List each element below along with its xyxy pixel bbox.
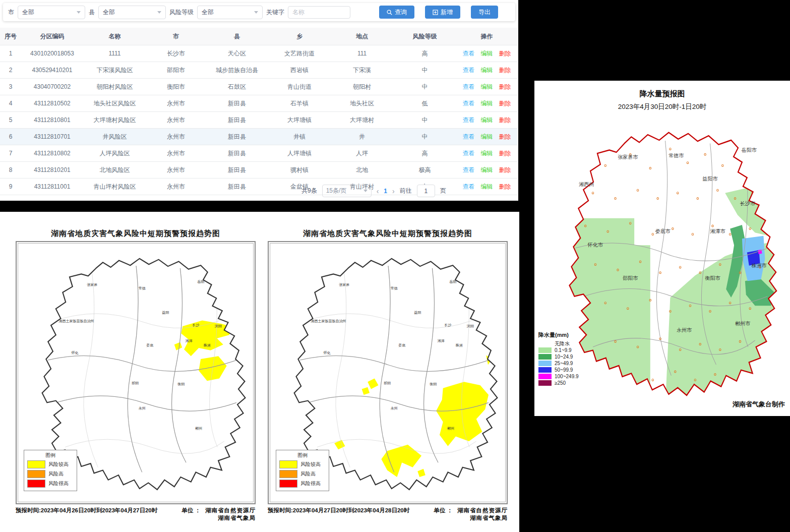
legend-label: 25~49.9	[555, 361, 573, 366]
column-header: 地点	[331, 28, 393, 45]
cell: 天心区	[206, 45, 268, 62]
cell: 永州市	[146, 95, 206, 112]
edit-link[interactable]: 编辑	[481, 50, 493, 57]
delete-link[interactable]: 删除	[499, 133, 511, 140]
legend-swatch	[538, 380, 552, 386]
column-header: 县	[206, 28, 268, 45]
cell: 文艺路街道	[268, 45, 331, 62]
legend-label: 风险较高	[300, 461, 321, 468]
column-header: 操作	[456, 28, 517, 45]
column-header: 名称	[83, 28, 146, 45]
edit-link[interactable]: 编辑	[481, 183, 493, 190]
forecast-time: 预报时间:2023年04月27日20时到2023年04月28日20时	[268, 507, 409, 522]
add-button[interactable]: 新增	[425, 6, 460, 19]
current-page[interactable]: 1	[384, 188, 387, 195]
delete-link[interactable]: 删除	[499, 116, 511, 124]
filter-bar: 市 全部 县 全部 风险等级 全部 关键字 查询	[3, 3, 515, 21]
cell: 430529410201	[21, 62, 83, 79]
legend-label: 风险很高	[48, 480, 69, 487]
cell: 新田县	[206, 129, 268, 145]
legend-item: 100~249.9	[538, 373, 579, 380]
cell: 43112810802	[21, 145, 83, 162]
table-row: 543112810801大坪塘村风险区永州市新田县大坪塘镇大坪塘村中查看编辑删除	[0, 112, 517, 129]
trend-map-box: 常德岳阳张家界湘西土家族苗族自治州益阳长沙浏阳湘潭株洲娄底怀化邵阳衡阳永州郴州 …	[268, 241, 508, 504]
edit-link[interactable]: 编辑	[481, 166, 493, 173]
view-link[interactable]: 查看	[463, 133, 475, 140]
legend-swatch	[279, 460, 297, 468]
edit-link[interactable]: 编辑	[481, 67, 493, 74]
cell: 高	[393, 145, 456, 162]
cell-actions: 查看编辑删除	[456, 129, 517, 145]
cell: 中	[393, 79, 456, 95]
view-link[interactable]: 查看	[463, 183, 475, 190]
table-row: 343040700202朝阳村风险区衡阳市石鼓区青山街道朝阳村中查看编辑删除	[0, 79, 517, 95]
city-filter-label: 市	[8, 8, 14, 17]
table-row: 2430529410201下宋溪风险区邵阳市城步苗族自治县西岩镇下宋溪中查看编辑…	[0, 62, 517, 79]
delete-link[interactable]: 删除	[499, 83, 511, 90]
edit-link[interactable]: 编辑	[481, 100, 493, 107]
cell: 永州市	[146, 162, 206, 179]
chevron-down-icon	[77, 11, 81, 14]
cell-actions: 查看编辑删除	[456, 112, 517, 129]
unit-org-1: 湖南省自然资源厅	[205, 507, 256, 514]
legend-title: 图例	[27, 452, 74, 459]
map-legend: 图例 风险较高风险高风险很高	[276, 450, 329, 491]
legend-swatch	[27, 460, 45, 468]
add-button-label: 新增	[441, 8, 453, 17]
cell: 地头社区风险区	[83, 95, 146, 112]
legend-label: 100~249.9	[555, 374, 579, 379]
unit-label: 单位 ：	[434, 507, 453, 522]
goto-page-input[interactable]	[417, 185, 435, 197]
cell: 新田县	[206, 145, 268, 162]
table-row: 443112810502地头社区风险区永州市新田县石羊镇地头社区低查看编辑删除	[0, 95, 517, 112]
delete-link[interactable]: 删除	[499, 67, 511, 74]
page-size-select[interactable]: 15条/页	[322, 185, 372, 197]
unit-org-1: 湖南省自然资源厅	[457, 507, 508, 514]
precip-map: 张家界市常德市岳阳市湘西州益阳市长沙市娄底市湘潭市株洲市怀化市邵阳市衡阳市永州市…	[545, 116, 785, 407]
county-select[interactable]: 全部	[98, 6, 166, 19]
view-link[interactable]: 查看	[463, 67, 475, 74]
county-filter-label: 县	[89, 8, 95, 17]
view-link[interactable]: 查看	[463, 50, 475, 57]
legend-swatch	[538, 354, 552, 360]
export-button[interactable]: 导出	[471, 6, 498, 19]
legend-item: ≥250	[538, 380, 579, 386]
column-header: 市	[146, 28, 206, 45]
delete-link[interactable]: 删除	[499, 100, 511, 107]
search-button[interactable]: 查询	[379, 6, 414, 19]
risk-level-select[interactable]: 全部	[197, 6, 263, 19]
cell: 永州市	[146, 145, 206, 162]
cell: 6	[0, 129, 21, 145]
legend-item: 风险高	[279, 470, 326, 478]
cell: 地头社区	[331, 95, 393, 112]
delete-link[interactable]: 删除	[499, 150, 511, 157]
keyword-input[interactable]	[288, 6, 350, 19]
view-link[interactable]: 查看	[463, 83, 475, 90]
prev-page-button[interactable]: ‹	[377, 187, 379, 195]
cell: 永州市	[146, 112, 206, 129]
next-page-button[interactable]: ›	[392, 187, 395, 195]
cell: 人坪风险区	[83, 145, 146, 162]
cell: 9	[0, 179, 21, 195]
edit-link[interactable]: 编辑	[481, 133, 493, 140]
edit-link[interactable]: 编辑	[481, 83, 493, 90]
cell: 下宋溪风险区	[83, 62, 146, 79]
delete-link[interactable]: 删除	[499, 50, 511, 57]
delete-link[interactable]: 删除	[499, 166, 511, 173]
delete-link[interactable]: 删除	[499, 183, 511, 190]
view-link[interactable]: 查看	[463, 116, 475, 124]
cell: 新田县	[206, 162, 268, 179]
legend-swatch	[27, 480, 45, 488]
view-link[interactable]: 查看	[463, 150, 475, 157]
precip-map-subtitle: 2023年4月30日20时-1日20时	[534, 102, 790, 111]
legend-swatch	[279, 480, 297, 488]
edit-link[interactable]: 编辑	[481, 116, 493, 124]
view-link[interactable]: 查看	[463, 100, 475, 107]
city-select[interactable]: 全部	[18, 6, 85, 19]
cell-actions: 查看编辑删除	[456, 95, 517, 112]
legend-swatch	[538, 367, 552, 373]
cell: 43040700202	[21, 79, 83, 95]
trend-maps-panel: 湖南省地质灾害气象风险中短期预警预报趋势图	[0, 212, 519, 532]
view-link[interactable]: 查看	[463, 166, 475, 173]
edit-link[interactable]: 编辑	[481, 150, 493, 157]
